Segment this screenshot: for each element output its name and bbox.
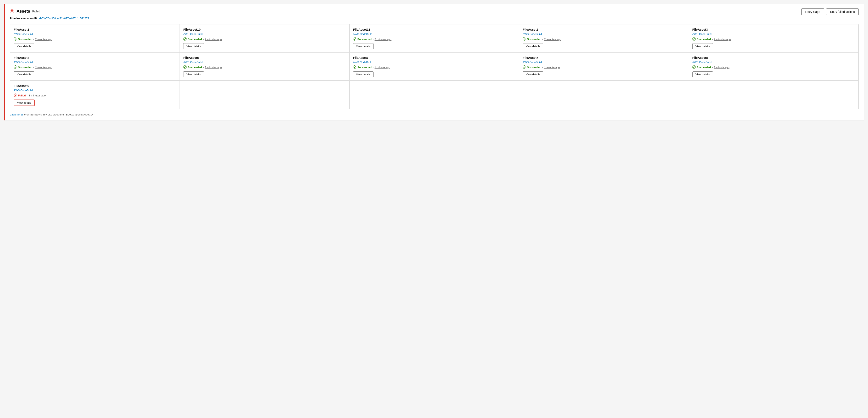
status-separator: - xyxy=(542,66,543,69)
success-icon xyxy=(523,65,526,69)
status-time: 2 minutes ago xyxy=(35,38,52,41)
status-time: 1 minute ago xyxy=(714,66,730,69)
stage-title: Assets xyxy=(17,9,30,14)
status-time: 1 minute ago xyxy=(375,66,390,69)
action-provider-link[interactable]: AWS CodeBuild xyxy=(14,32,176,36)
view-details-button[interactable]: View details xyxy=(692,71,713,77)
action-status: Failed - 3 minutes ago xyxy=(14,94,176,97)
view-details-button[interactable]: View details xyxy=(353,43,374,49)
action-name: FileAsset8 xyxy=(692,56,855,59)
status-separator: - xyxy=(33,66,34,69)
action-provider-link[interactable]: AWS CodeBuild xyxy=(692,61,855,64)
svg-point-9 xyxy=(692,66,695,69)
status-time: 2 minutes ago xyxy=(375,38,392,41)
action-name: FileAsset4 xyxy=(14,56,176,59)
status-separator: - xyxy=(203,38,204,41)
svg-point-1 xyxy=(183,37,187,40)
success-icon xyxy=(523,37,526,41)
pipeline-exec-label: Pipeline execution ID: xyxy=(10,17,38,20)
status-time: 3 minutes ago xyxy=(29,94,46,97)
action-cell: FileAsset8 AWS CodeBuild Succeeded - 1 m… xyxy=(689,52,859,81)
success-icon xyxy=(353,37,356,41)
empty-cell xyxy=(349,81,519,109)
svg-point-0 xyxy=(14,37,17,40)
status-time: 2 minutes ago xyxy=(205,66,222,69)
svg-point-2 xyxy=(353,37,356,40)
action-provider-link[interactable]: AWS CodeBuild xyxy=(14,89,176,92)
action-cell: FileAsset7 AWS CodeBuild Succeeded - 1 m… xyxy=(519,52,689,81)
action-status: Succeeded - 1 minute ago xyxy=(692,65,855,69)
status-label: Succeeded xyxy=(358,38,372,41)
success-icon xyxy=(353,65,356,69)
action-status: Succeeded - 2 minutes ago xyxy=(14,65,176,69)
action-name: FileAsset11 xyxy=(353,28,516,31)
action-provider-link[interactable]: AWS CodeBuild xyxy=(692,32,855,36)
action-provider-link[interactable]: AWS CodeBuild xyxy=(14,61,176,64)
status-separator: - xyxy=(372,38,373,41)
action-provider-link[interactable]: AWS CodeBuild xyxy=(353,61,516,64)
success-icon xyxy=(692,37,696,40)
failed-icon xyxy=(14,94,17,97)
pipeline-exec-link[interactable]: eb63e70c-958c-422f-877a-637b1b592879 xyxy=(39,17,89,20)
view-details-button[interactable]: View details xyxy=(692,43,713,49)
success-icon xyxy=(14,37,17,41)
stage-container: ⓪ Assets Failed Retry stage Retry failed… xyxy=(4,4,864,121)
action-provider-link[interactable]: AWS CodeBuild xyxy=(183,61,346,64)
action-cell: FileAsset9 AWS CodeBuild Failed - 3 minu… xyxy=(10,81,180,109)
action-provider-link[interactable]: AWS CodeBuild xyxy=(183,32,346,36)
status-time: 2 minutes ago xyxy=(205,38,222,41)
success-icon xyxy=(183,37,187,41)
view-details-button[interactable]: View details xyxy=(14,43,34,49)
success-icon xyxy=(353,37,356,40)
view-details-button[interactable]: View details xyxy=(183,71,204,77)
action-status: Succeeded - 2 minutes ago xyxy=(353,37,516,41)
action-name: FileAsset10 xyxy=(183,28,346,31)
action-name: FileAsset2 xyxy=(523,28,685,31)
action-name: FileAsset1 xyxy=(14,28,176,31)
success-icon xyxy=(183,65,187,69)
action-status: Succeeded - 1 minute ago xyxy=(523,65,685,69)
footer-description: FromSunNews_my-eks-blueprints: Bootstrap… xyxy=(24,113,93,116)
svg-point-6 xyxy=(183,66,187,69)
action-name: FileAsset9 xyxy=(14,84,176,88)
action-cell: FileAsset10 AWS CodeBuild Succeeded - 2 … xyxy=(180,24,349,52)
action-status: Succeeded - 1 minute ago xyxy=(353,65,516,69)
success-icon xyxy=(183,65,187,69)
action-cell: FileAsset1 AWS CodeBuild Succeeded - 2 m… xyxy=(10,24,180,52)
action-status: Succeeded - 2 minutes ago xyxy=(523,37,685,41)
status-time: 2 minutes ago xyxy=(714,38,731,41)
stage-title-area: ⓪ Assets Failed xyxy=(10,8,40,14)
stage-header: ⓪ Assets Failed Retry stage Retry failed… xyxy=(10,8,859,15)
header-buttons-area: Retry stage Retry failed actions xyxy=(801,8,859,15)
footer-commit-link[interactable]: aff7bf4e xyxy=(10,113,20,116)
action-name: FileAsset7 xyxy=(523,56,685,59)
view-details-button[interactable]: View details xyxy=(14,71,34,77)
status-label: Succeeded xyxy=(527,38,541,41)
status-time: 2 minutes ago xyxy=(544,38,561,41)
status-label: Succeeded xyxy=(358,66,372,69)
view-details-button[interactable]: View details xyxy=(523,71,543,77)
view-details-button[interactable]: View details xyxy=(183,43,204,49)
success-icon xyxy=(692,65,696,69)
action-provider-link[interactable]: AWS CodeBuild xyxy=(523,61,685,64)
view-details-button[interactable]: View details xyxy=(523,43,543,49)
action-cell: FileAsset6 AWS CodeBuild Succeeded - 1 m… xyxy=(349,52,519,81)
action-status: Succeeded - 2 minutes ago xyxy=(14,37,176,41)
retry-stage-button[interactable]: Retry stage xyxy=(801,8,824,15)
status-label: Succeeded xyxy=(18,66,32,69)
retry-failed-actions-button[interactable]: Retry failed actions xyxy=(826,8,859,15)
action-cell: FileAsset2 AWS CodeBuild Succeeded - 2 m… xyxy=(519,24,689,52)
status-label: Succeeded xyxy=(188,38,202,41)
pipeline-execution-row: Pipeline execution ID: eb63e70c-958c-422… xyxy=(10,17,859,20)
success-icon xyxy=(692,37,696,41)
svg-point-7 xyxy=(353,66,356,69)
view-details-button[interactable]: View details xyxy=(353,71,374,77)
action-name: FileAsset6 xyxy=(353,56,516,59)
status-label: Succeeded xyxy=(527,66,541,69)
svg-point-8 xyxy=(523,66,526,69)
status-label: Succeeded xyxy=(697,66,711,69)
action-name: FileAsset3 xyxy=(692,28,855,31)
action-provider-link[interactable]: AWS CodeBuild xyxy=(523,32,685,36)
action-provider-link[interactable]: AWS CodeBuild xyxy=(353,32,516,36)
view-details-button[interactable]: View details xyxy=(14,100,35,106)
